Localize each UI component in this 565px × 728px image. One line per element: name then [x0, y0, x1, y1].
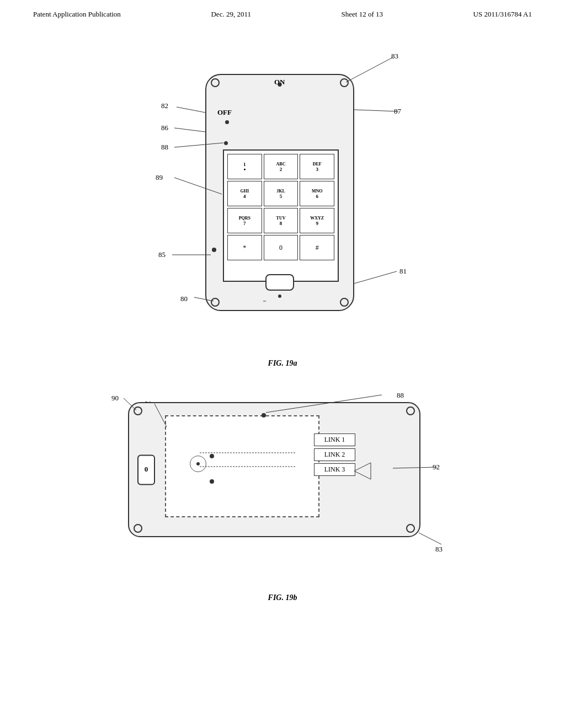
- fig19b-section: 90 91 88 92 83 0: [111, 383, 454, 565]
- key-4[interactable]: GHI 4: [227, 181, 262, 206]
- link3-box[interactable]: LINK 3: [314, 463, 355, 476]
- svg-line-5: [354, 110, 398, 111]
- label-85: 85: [158, 250, 166, 259]
- header-patent: US 2011/316784 A1: [473, 10, 532, 19]
- svg-line-0: [346, 57, 393, 82]
- key-2[interactable]: ABC 2: [264, 154, 299, 179]
- svg-line-7: [354, 271, 397, 283]
- corner-tr: [340, 78, 349, 87]
- hcorner-bl: [134, 524, 142, 533]
- link2-box[interactable]: LINK 2: [314, 448, 355, 461]
- bottom-dot: [278, 295, 281, 298]
- key-9[interactable]: WXYZ 9: [300, 208, 334, 233]
- off-label: OFF: [217, 108, 232, 117]
- dot-88b: [262, 413, 266, 417]
- label-82: 82: [161, 101, 168, 110]
- svg-line-1: [177, 107, 205, 113]
- inner-dot-1: [210, 454, 214, 458]
- key-3[interactable]: DEF 3: [300, 154, 334, 179]
- label-89: 89: [156, 173, 163, 182]
- device-horizontal: 0 LINK 1 LINK 2 LINK 3: [128, 402, 420, 537]
- label-88b: 88: [397, 391, 404, 400]
- key-hash[interactable]: #: [300, 235, 334, 260]
- page-header: Patent Application Publication Dec. 29, …: [0, 0, 565, 19]
- label-83: 83: [391, 52, 398, 61]
- key-6[interactable]: MNO 6: [300, 181, 334, 206]
- svg-line-14: [419, 533, 441, 544]
- left-button[interactable]: 0: [137, 454, 155, 485]
- label-86-top: 86: [161, 124, 168, 132]
- header-sheet: Sheet 12 of 13: [342, 10, 383, 19]
- header-date: Dec. 29, 2011: [211, 10, 250, 19]
- fig19a-caption: FIG. 19a: [227, 358, 338, 368]
- corner-tl: [211, 78, 220, 87]
- label-92: 92: [433, 463, 440, 472]
- off-dot: [225, 120, 229, 124]
- fig19a-section: 83 82 86 88 89 87 85 81 80 86 ON OFF: [150, 46, 415, 361]
- label-88: 88: [161, 143, 168, 152]
- key-star[interactable]: *: [227, 235, 262, 260]
- main-content: 83 82 86 88 89 87 85 81 80 86 ON OFF: [0, 19, 565, 714]
- links-container: LINK 1 LINK 2 LINK 3: [314, 433, 355, 476]
- inner-dashed: [165, 415, 319, 517]
- label-87: 87: [394, 107, 401, 116]
- svg-line-2: [174, 128, 205, 132]
- keypad-area: 1 ● ABC 2 DEF 3 GHI 4: [223, 149, 339, 282]
- key-7[interactable]: PQRS 7: [227, 208, 262, 233]
- dot-85: [212, 248, 216, 252]
- key-0[interactable]: 0: [264, 235, 299, 260]
- fig19b-caption: FIG. 19b: [227, 592, 338, 602]
- label-80: 80: [180, 295, 188, 303]
- link1-box[interactable]: LINK 1: [314, 433, 355, 446]
- inner-dot-2: [210, 479, 214, 484]
- bottom-button[interactable]: [265, 274, 294, 291]
- key-5[interactable]: JKL 5: [264, 181, 299, 206]
- header-left: Patent Application Publication: [33, 10, 121, 19]
- label-83b: 83: [435, 545, 443, 554]
- label-90: 90: [111, 394, 119, 403]
- hcorner-tl: [134, 406, 142, 415]
- label-81: 81: [399, 267, 407, 276]
- keypad-grid: 1 ● ABC 2 DEF 3 GHI 4: [224, 151, 338, 264]
- hcorner-br: [406, 524, 415, 533]
- corner-br: [340, 298, 349, 307]
- ref-circle-dot: [196, 462, 200, 465]
- device-outer: ON OFF 1 ● ABC 2: [205, 74, 354, 311]
- on-label: ON: [274, 78, 285, 87]
- ref-circle: [190, 456, 206, 472]
- key-1[interactable]: 1 ●: [227, 154, 262, 179]
- hcorner-tr: [406, 406, 415, 415]
- corner-bl: [211, 298, 220, 307]
- dot-88: [224, 141, 228, 145]
- key-8[interactable]: TUV 8: [264, 208, 299, 233]
